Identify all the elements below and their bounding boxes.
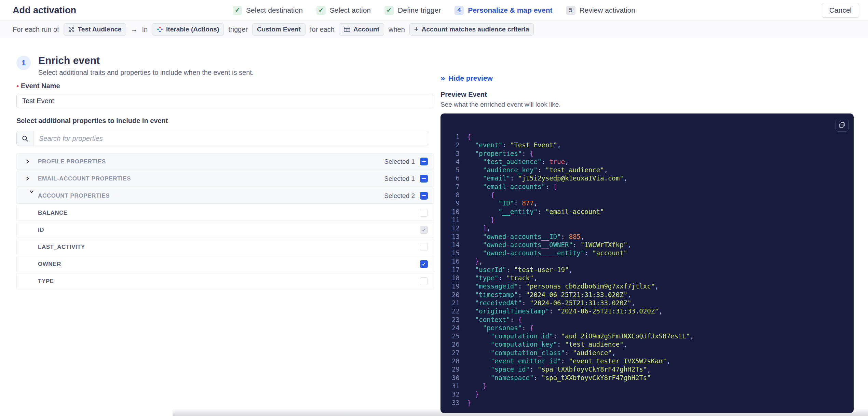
group-label: ACCOUNT PROPERTIES [38,192,110,199]
group-label: PROFILE PROPERTIES [38,158,106,165]
group-header-account-properties[interactable]: ACCOUNT PROPERTIESSelected 2 [16,188,434,204]
line-number: 17 [440,266,460,274]
code-line: 19 "messageId": "personas_cb6zdbo6im9g7x… [440,282,854,290]
code-line: 11 } [440,216,854,224]
code-line: 14 "owned-accounts__OWNER": "1WCWrTXfkp"… [440,241,854,249]
stepper: ✓Select destination✓Select action✓Define… [233,6,635,15]
code-line: 26 "computation_key": "test_audience", [440,340,854,348]
code-line: 4 "test_audience": true, [440,158,854,166]
event-json-code: 1{2 "event": "Test Event",3 "properties"… [440,133,854,407]
line-number: 21 [440,299,460,307]
section-step-number: 1 [16,56,31,70]
line-number: 19 [440,282,460,290]
code-line: 9 "ID": 877, [440,199,854,207]
code-line-content: "ID": 877, [467,199,538,207]
code-line-content: } [467,399,471,407]
step-label: Select action [330,6,371,14]
cancel-button[interactable]: Cancel [822,3,859,18]
code-line: 10 "__entity": "email-account" [440,207,854,216]
summary-text: for each [310,26,335,33]
iterable-icon [157,26,163,32]
code-line-content: { [467,133,471,141]
step-select-action[interactable]: ✓Select action [316,6,371,15]
hide-preview-link[interactable]: » Hide preview [440,74,493,82]
code-line: 8 { [440,191,854,199]
copy-button[interactable] [836,119,849,132]
group-checkbox[interactable] [420,175,428,183]
chip-account[interactable]: Account [339,23,384,36]
event-name-field[interactable] [16,94,433,108]
step-select-destination[interactable]: ✓Select destination [233,6,303,15]
page-title: Add activation [13,5,76,16]
code-line-content: "email-accounts": [ [467,183,557,191]
line-number: 3 [440,149,460,158]
step-define-trigger[interactable]: ✓Define trigger [384,6,441,15]
step-label: Personalize & map event [468,6,552,14]
chevron-down-icon [29,189,34,202]
code-line: 33} [440,399,854,407]
code-line: 24 "personas": { [440,324,854,332]
code-line-content: "event_emitter_id": "event_tester_IVX5W2… [467,357,670,365]
property-label: BALANCE [38,210,68,216]
search-input[interactable] [34,135,428,143]
search-icon [17,131,34,146]
line-number: 28 [440,357,460,365]
property-label: ID [38,227,44,233]
group-checkbox[interactable] [420,192,428,200]
line-number: 26 [440,340,460,348]
main-content: 1 Enrich event Select additional traits … [0,38,868,413]
property-groups: PROFILE PROPERTIESSelected 1EMAIL-ACCOUN… [16,153,434,289]
chip-label: Custom Event [257,26,301,33]
chip-test-audience[interactable]: Test Audience [64,23,126,36]
property-checkbox[interactable]: ✓ [420,260,428,268]
step-label: Define trigger [398,6,441,14]
chip-iterable-actions-[interactable]: Iterable (Actions) [152,23,224,36]
property-checkbox[interactable]: ✓ [420,226,428,234]
trigger-summary-bar: For each run ofTest Audience→InIterable … [0,21,868,38]
property-checkbox[interactable] [420,277,428,285]
property-row-type: TYPE [16,273,434,289]
property-checkbox[interactable] [420,209,428,217]
code-line-content: "context": { [467,316,522,324]
step-review-activation[interactable]: 5Review activation [566,6,635,15]
line-number: 30 [440,374,460,382]
code-line-content: "computation_class": "audience", [467,349,616,357]
code-line: 28 "event_emitter_id": "event_tester_IVX… [440,357,854,365]
step-personalize-map-event[interactable]: 4Personalize & map event [455,6,552,15]
code-line: 18 "type": "track", [440,274,854,282]
preview-subtitle: See what the enriched event will look li… [440,101,854,108]
line-number: 33 [440,399,460,407]
chip-custom-event[interactable]: Custom Event [252,23,306,36]
group-header-profile-properties[interactable]: PROFILE PROPERTIESSelected 1 [16,153,434,170]
step-label: Review activation [580,6,635,14]
chip-account-matches-audience-criteria[interactable]: +Account matches audience criteria [409,23,534,36]
code-line-content: "personas": { [467,324,534,332]
code-line-content: "computation_key": "test_audience", [467,340,627,348]
code-line-content: } [467,216,494,224]
line-number: 10 [440,207,460,216]
line-number: 15 [440,249,460,257]
group-header-right: Selected 2 [384,192,428,200]
group-selected-count: Selected 1 [384,175,415,183]
code-line-content: "__entity": "email-account" [467,207,604,216]
code-line-content: "receivedAt": "2024-06-25T21:31:33.020Z"… [467,299,635,307]
line-number: 24 [440,324,460,332]
code-line: 2 "event": "Test Event", [440,141,854,149]
code-line-content: "messageId": "personas_cb6zdbo6im9g7xxf7… [467,282,659,290]
line-number: 4 [440,158,460,166]
minus-icon [422,195,426,196]
line-number: 18 [440,274,460,282]
add-activation-page: Add activation ✓Select destination✓Selec… [0,0,868,416]
line-number: 20 [440,291,460,299]
code-line-content: "space_id": "spa_tXXbfoyvCkY8rF47ghH2Ts"… [467,365,651,373]
step-check-icon: ✓ [316,6,326,15]
group-selected-count: Selected 2 [384,192,415,200]
property-label: LAST_ACTIVITY [38,244,85,251]
property-checkbox[interactable] [420,243,428,251]
code-line: 30 "namespace": "spa_tXXbfoyvCkY8rF47ghH… [440,374,854,382]
line-number: 25 [440,332,460,340]
properties-search[interactable] [16,131,428,146]
group-header-email-account-properties[interactable]: EMAIL-ACCOUNT PROPERTIESSelected 1 [16,171,434,187]
group-checkbox[interactable] [420,158,428,165]
chip-label: Account [353,26,379,33]
